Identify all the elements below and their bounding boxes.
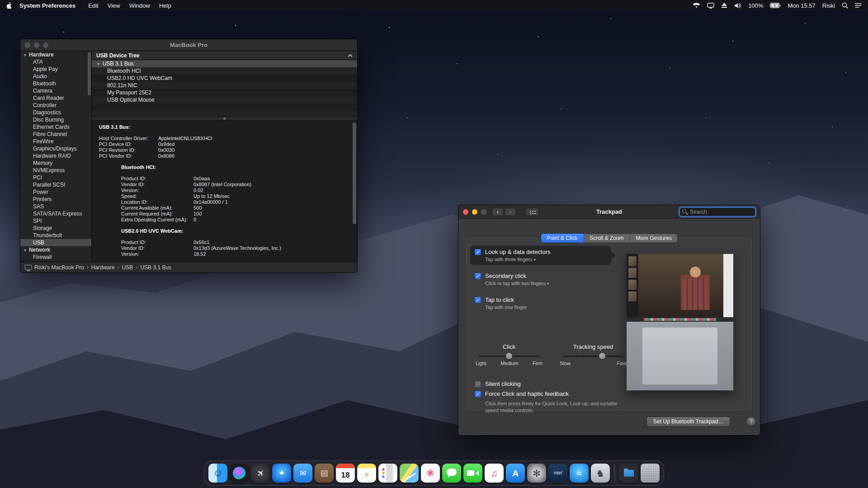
sidebar-item-sas[interactable]: SAS [20, 203, 91, 210]
menubar-app-name[interactable]: System Preferences [19, 2, 75, 9]
sidebar-item-firewall[interactable]: Firewall [20, 253, 91, 261]
tab-scroll-zoom[interactable]: Scroll & Zoom [584, 234, 630, 243]
dock-utility[interactable]: ♞ [591, 464, 610, 483]
sidebar-item-memory[interactable]: Memory [20, 160, 91, 167]
sysinfo-titlebar[interactable]: MacBook Pro [20, 39, 357, 51]
tree-item-usb-3-1-bus[interactable]: ▼USB 3.1 Bus [92, 60, 357, 67]
dock-intel-graphics[interactable]: ≈ [570, 464, 589, 483]
dock-reminders[interactable] [378, 464, 397, 483]
sidebar-scrollbar[interactable] [88, 52, 91, 95]
dock-messages[interactable] [442, 464, 461, 483]
back-button[interactable]: ‹ [492, 208, 504, 216]
sidebar-group-hardware[interactable]: ▼Hardware [20, 51, 91, 58]
menubar-clock[interactable]: Mon 15.57 [788, 2, 815, 9]
dock-calendar[interactable]: 18 [336, 464, 355, 483]
dock-photos[interactable]: ❀ [421, 464, 440, 483]
sidebar-item-camera[interactable]: Camera [20, 87, 91, 94]
dock-mail[interactable]: ✉ [293, 464, 312, 483]
dock-downloads[interactable] [619, 464, 638, 483]
sidebar-item-parallel-scsi[interactable]: Parallel SCSI [20, 181, 91, 188]
tree-item-usb-optical-mouse[interactable]: USB Optical Mouse [92, 96, 357, 103]
sidebar-item-hardware-raid[interactable]: Hardware RAID [20, 152, 91, 160]
tree-item-usb2-0-hd-uvc-webcam[interactable]: USB2.0 HD UVC WebCam [92, 75, 357, 82]
display-icon[interactable] [707, 3, 714, 9]
dock-finder[interactable]: ☺ [208, 464, 227, 483]
menubar-menu-view[interactable]: View [108, 2, 120, 9]
collapse-chevron-icon[interactable] [348, 54, 353, 59]
dock-siri[interactable] [230, 464, 249, 483]
eject-icon[interactable] [721, 3, 727, 8]
dock-maps[interactable] [400, 464, 419, 483]
breadcrumb-hardware[interactable]: Hardware [91, 264, 115, 271]
set-up-bluetooth-trackpad-button[interactable]: Set Up Bluetooth Trackpad… [646, 417, 730, 427]
chevron-down-icon[interactable]: ▾ [533, 257, 536, 262]
sidebar-item-ata[interactable]: ATA [20, 58, 91, 66]
notification-center-icon[interactable] [855, 3, 862, 8]
slider-thumb-click[interactable] [506, 353, 512, 359]
spotlight-search-icon[interactable] [842, 2, 848, 9]
dock-contacts[interactable]: ▤ [315, 464, 334, 483]
battery-icon[interactable] [770, 3, 781, 8]
dock-system-preferences[interactable]: ✻ [527, 464, 546, 483]
sidebar-item-power[interactable]: Power [20, 188, 91, 196]
option-secondary-click[interactable]: ✓Secondary clickClick or tap with two fi… [470, 270, 611, 289]
sidebar-item-card-reader[interactable]: Card Reader [20, 94, 91, 102]
menubar-user[interactable]: Riski [822, 2, 835, 9]
option-force-click-and-haptic-feedback[interactable]: ✓Force Click and haptic feedback [475, 390, 621, 397]
trackpad-titlebar[interactable]: Trackpad ‹ › [458, 205, 760, 219]
option-look-up-data-detectors[interactable]: ✓Look up & data detectorsTap with three … [470, 246, 611, 265]
tree-item-802-11n-nic[interactable]: 802.11n NIC [92, 82, 357, 89]
checkbox-force-click-and-haptic-feedback[interactable]: ✓ [475, 391, 481, 397]
tree-item-bluetooth-hci[interactable]: Bluetooth HCI [92, 67, 357, 75]
sidebar-item-diagnostics[interactable]: Diagnostics [20, 109, 91, 116]
sidebar-item-storage[interactable]: Storage [20, 225, 91, 232]
wifi-icon[interactable] [693, 3, 700, 8]
option-silent-clicking[interactable]: Silent clicking [475, 380, 621, 387]
sidebar-item-ethernet-cards[interactable]: Ethernet Cards [20, 123, 91, 131]
dock-itunes[interactable]: ♫ [485, 464, 504, 483]
volume-icon[interactable] [734, 3, 741, 9]
menubar-menu-help[interactable]: Help [159, 2, 171, 9]
sidebar-item-controller[interactable]: Controller [20, 102, 91, 109]
sidebar-item-fibre-channel[interactable]: Fibre Channel [20, 131, 91, 138]
slider-track-click[interactable] [479, 356, 539, 357]
dock-facetime[interactable] [463, 464, 482, 483]
checkbox-secondary-click[interactable]: ✓ [475, 273, 481, 279]
dock-launchpad[interactable]: ✈ [251, 464, 270, 483]
sidebar-group-network[interactable]: ▼Network [20, 246, 91, 253]
dock-app-store[interactable]: A [506, 464, 525, 483]
sidebar-item-disc-burning[interactable]: Disc Burning [20, 116, 91, 123]
sidebar-item-spi[interactable]: SPI [20, 217, 91, 225]
slider-thumb-tracking-speed[interactable] [599, 353, 605, 359]
breadcrumb-usb-3-1-bus[interactable]: USB 3.1 Bus [140, 264, 171, 271]
checkbox-silent-clicking[interactable] [475, 381, 481, 387]
sidebar-item-pci[interactable]: PCI [20, 174, 91, 181]
tab-point-click[interactable]: Point & Click [541, 234, 584, 243]
sidebar-item-firewire[interactable]: FireWire [20, 138, 91, 145]
slider-track-tracking-speed[interactable] [563, 356, 623, 357]
apple-menu[interactable] [6, 2, 12, 9]
sidebar-item-bluetooth[interactable]: Bluetooth [20, 80, 91, 87]
help-button[interactable]: ? [746, 417, 756, 426]
checkbox-look-up-data-detectors[interactable]: ✓ [475, 249, 481, 255]
sidebar-item-thunderbolt[interactable]: Thunderbolt [20, 232, 91, 239]
dock-safari[interactable]: ✦ [272, 464, 291, 483]
tab-more-gestures[interactable]: More Gestures [630, 234, 678, 243]
sidebar-item-apple-pay[interactable]: Apple Pay [20, 66, 91, 73]
option-tap-to-click[interactable]: ✓Tap to clickTap with one finger [470, 294, 611, 313]
menubar-menu-edit[interactable]: Edit [88, 2, 98, 9]
sidebar-item-graphics-displays[interactable]: Graphics/Displays [20, 145, 91, 152]
tree-item-my-passport-25e2[interactable]: My Passport 25E2 [92, 89, 357, 96]
sidebar-item-printers[interactable]: Printers [20, 196, 91, 203]
sidebar-item-locations[interactable]: Locations [20, 261, 91, 262]
dock-intel-power-gadget[interactable]: intel [548, 464, 567, 483]
breadcrumb-usb[interactable]: USB [122, 264, 133, 271]
sidebar-item-audio[interactable]: Audio [20, 73, 91, 80]
sidebar-item-sata-sata-express[interactable]: SATA/SATA Express [20, 210, 91, 217]
search-input[interactable] [679, 207, 755, 216]
sidebar-item-usb[interactable]: USB [20, 239, 91, 246]
detail-scrollbar[interactable] [353, 122, 356, 224]
dock-notes[interactable]: ≡ [357, 464, 376, 483]
forward-button[interactable]: › [505, 208, 516, 216]
menubar-menu-window[interactable]: Window [129, 2, 150, 9]
